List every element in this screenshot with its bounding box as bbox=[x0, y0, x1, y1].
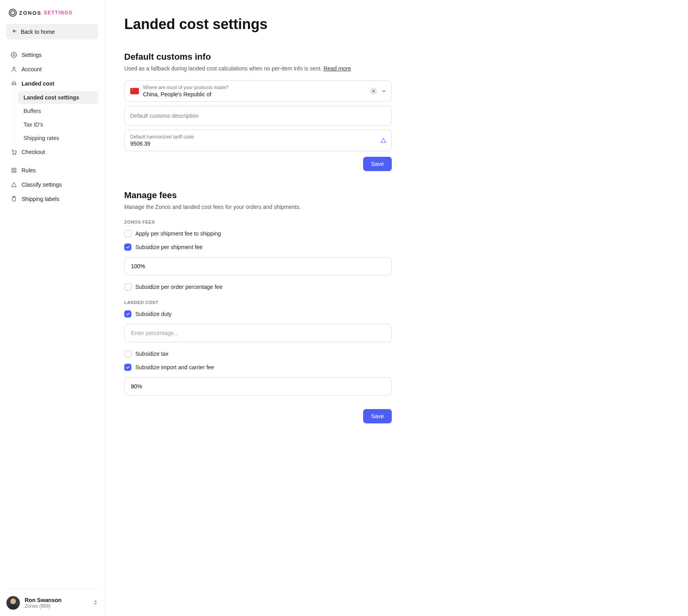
svg-rect-6 bbox=[12, 168, 14, 170]
subnav-tax-ids[interactable]: Tax ID's bbox=[18, 118, 98, 131]
nav-label: Settings bbox=[22, 52, 42, 58]
nav-label: Rules bbox=[22, 167, 36, 173]
checkbox-label: Subsidize duty bbox=[135, 311, 172, 317]
sidebar: ZONOS SETTINGS Back to home Settings Acc… bbox=[0, 0, 105, 616]
avatar bbox=[6, 596, 20, 610]
svg-point-3 bbox=[14, 83, 16, 85]
subsidize-shipment-percent-input[interactable] bbox=[124, 257, 392, 275]
landed-cost-heading: LANDED COST bbox=[124, 300, 392, 305]
checkbox-label: Subsidize import and carrier fee bbox=[135, 364, 214, 370]
save-fees-button[interactable]: Save bbox=[363, 409, 392, 423]
user-info: Ron Swanson Zonos (909) bbox=[25, 597, 88, 609]
customs-title: Default customs info bbox=[124, 52, 392, 62]
default-customs-section: Default customs info Used as a fallback … bbox=[124, 52, 392, 171]
clipboard-icon bbox=[10, 195, 18, 203]
subnav-shipping-rates[interactable]: Shipping rates bbox=[18, 132, 98, 144]
nav-landed-cost[interactable]: Landed cost bbox=[6, 77, 98, 90]
scales-icon bbox=[10, 80, 18, 87]
zonos-logo-icon bbox=[9, 9, 17, 17]
user-org: Zonos (909) bbox=[25, 603, 88, 609]
country-of-origin-select[interactable]: Where are most of your products made? Ch… bbox=[124, 80, 392, 102]
main-content: Landed cost settings Default customs inf… bbox=[105, 0, 523, 616]
brand-name: ZONOS bbox=[19, 10, 41, 16]
chevron-down-icon[interactable] bbox=[381, 88, 387, 94]
customs-desc-text: Used as a fallback during landed cost ca… bbox=[124, 65, 323, 72]
checkbox-icon bbox=[124, 283, 131, 290]
checkbox-label: Subsidize per shipment fee bbox=[135, 244, 203, 250]
svg-rect-9 bbox=[14, 171, 16, 172]
checkbox-label: Subsidize tax bbox=[135, 351, 168, 357]
nav-shipping-labels[interactable]: Shipping labels bbox=[6, 192, 98, 206]
customs-description: Used as a fallback during landed cost ca… bbox=[124, 65, 392, 72]
svg-point-2 bbox=[12, 83, 14, 85]
main-nav: Settings Account Landed cost Landed cost… bbox=[6, 48, 98, 584]
subsidize-duty-checkbox[interactable]: Subsidize duty bbox=[124, 310, 392, 318]
subsidize-duty-percent-input[interactable] bbox=[124, 324, 392, 342]
svg-rect-8 bbox=[12, 171, 14, 172]
checkbox-checked-icon bbox=[124, 310, 131, 318]
grid-icon bbox=[10, 167, 18, 174]
apply-per-shipment-checkbox[interactable]: Apply per shipment fee to shipping bbox=[124, 230, 392, 237]
svg-point-5 bbox=[15, 154, 16, 155]
china-flag-icon bbox=[130, 88, 139, 94]
svg-point-0 bbox=[13, 54, 15, 56]
svg-point-4 bbox=[13, 154, 14, 155]
customs-description-input[interactable]: Default customs description bbox=[124, 106, 392, 126]
svg-rect-7 bbox=[14, 168, 16, 170]
fees-title: Manage fees bbox=[124, 190, 392, 201]
user-icon bbox=[10, 66, 18, 73]
read-more-link[interactable]: Read more bbox=[323, 65, 351, 72]
subsidize-per-order-checkbox[interactable]: Subsidize per order percentage fee bbox=[124, 283, 392, 290]
nav-label: Checkout bbox=[22, 149, 45, 155]
origin-field-value: China, People's Republic of bbox=[143, 91, 386, 97]
nav-checkout[interactable]: Checkout bbox=[6, 145, 98, 159]
user-menu[interactable]: Ron Swanson Zonos (909) bbox=[6, 589, 98, 610]
checkbox-icon bbox=[124, 230, 131, 237]
svg-point-1 bbox=[13, 67, 15, 69]
chevron-up-down-icon bbox=[93, 600, 98, 606]
fees-description: Manage the Zonos and landed cost fees fo… bbox=[124, 204, 392, 210]
subsidize-tax-checkbox[interactable]: Subsidize tax bbox=[124, 350, 392, 357]
nav-label: Account bbox=[22, 66, 42, 72]
checkbox-label: Subsidize per order percentage fee bbox=[135, 284, 223, 290]
checkbox-checked-icon bbox=[124, 244, 131, 251]
landed-cost-submenu: Landed cost settings Buffers Tax ID's Sh… bbox=[14, 91, 98, 144]
manage-fees-section: Manage fees Manage the Zonos and landed … bbox=[124, 190, 392, 423]
tariff-value: 9506.39 bbox=[130, 140, 386, 147]
nav-label: Classify settings bbox=[22, 181, 62, 188]
back-to-home-button[interactable]: Back to home bbox=[6, 24, 98, 39]
nav-label: Landed cost bbox=[22, 80, 54, 87]
origin-field-label: Where are most of your products made? bbox=[143, 85, 386, 90]
subnav-landed-cost-settings[interactable]: Landed cost settings bbox=[18, 91, 98, 104]
subsidize-per-shipment-checkbox[interactable]: Subsidize per shipment fee bbox=[124, 244, 392, 251]
subsidize-import-carrier-checkbox[interactable]: Subsidize import and carrier fee bbox=[124, 364, 392, 371]
arrow-left-icon bbox=[12, 28, 18, 35]
tariff-label: Default harmonized tariff code bbox=[130, 134, 386, 140]
clear-origin-button[interactable] bbox=[370, 88, 377, 95]
nav-rules[interactable]: Rules bbox=[6, 164, 98, 177]
checkbox-checked-icon bbox=[124, 364, 131, 371]
customs-desc-placeholder: Default customs description bbox=[130, 113, 386, 119]
classify-triangle-icon bbox=[380, 137, 387, 144]
triangle-icon bbox=[10, 181, 18, 188]
save-customs-button[interactable]: Save bbox=[363, 157, 392, 171]
tariff-code-input[interactable]: Default harmonized tariff code 9506.39 bbox=[124, 130, 392, 151]
user-name: Ron Swanson bbox=[25, 597, 88, 603]
gear-icon bbox=[10, 51, 18, 58]
zonos-fees-heading: ZONOS FEES bbox=[124, 220, 392, 224]
brand-section: SETTINGS bbox=[44, 10, 72, 16]
page-title: Landed cost settings bbox=[124, 16, 504, 33]
subnav-buffers[interactable]: Buffers bbox=[18, 105, 98, 117]
checkbox-icon bbox=[124, 350, 131, 357]
nav-account[interactable]: Account bbox=[6, 62, 98, 76]
back-label: Back to home bbox=[21, 29, 55, 35]
nav-classify-settings[interactable]: Classify settings bbox=[6, 178, 98, 191]
brand: ZONOS SETTINGS bbox=[6, 9, 98, 17]
checkbox-label: Apply per shipment fee to shipping bbox=[135, 230, 221, 237]
nav-label: Shipping labels bbox=[22, 196, 59, 202]
nav-settings[interactable]: Settings bbox=[6, 48, 98, 62]
subsidize-import-percent-input[interactable] bbox=[124, 377, 392, 396]
cart-icon bbox=[10, 148, 18, 156]
